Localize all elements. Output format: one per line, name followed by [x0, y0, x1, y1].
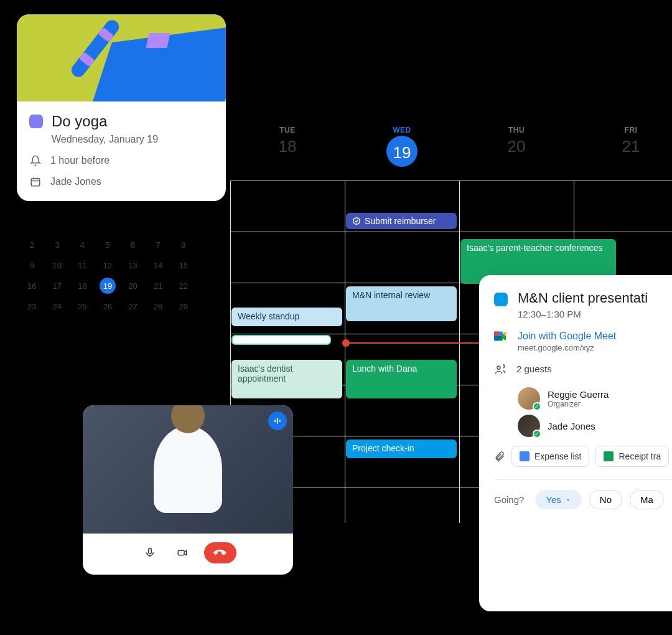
svg-rect-10 — [494, 332, 498, 336]
camera-icon — [177, 547, 188, 558]
meet-url: meet.google.com/xyz — [518, 343, 616, 352]
guest-row[interactable]: ✓ Reggie Guerra Organizer — [518, 387, 672, 410]
mini-month-day[interactable]: 22 — [172, 278, 195, 294]
weekday-label: TUE — [230, 126, 345, 134]
mini-month-day[interactable]: 18 — [71, 278, 94, 294]
guest-row[interactable]: ✓ Jade Jones — [518, 415, 672, 437]
rsvp-yes-button[interactable]: Yes — [535, 490, 581, 509]
guest-name: Reggie Guerra — [548, 389, 609, 400]
mini-month-day[interactable]: 14 — [147, 257, 170, 274]
week-header: TUE18WED19THU20FRI21 — [230, 126, 672, 167]
mini-month-day[interactable]: 13 — [121, 257, 144, 274]
svg-rect-2 — [274, 420, 276, 423]
mini-month-day[interactable]: 2 — [21, 237, 44, 253]
mini-month-day[interactable]: 20 — [121, 278, 144, 294]
event-lunch[interactable]: Lunch with Dana — [346, 360, 457, 398]
event-project-checkin[interactable]: Project check-in — [346, 440, 457, 458]
mini-month-day[interactable]: 4 — [71, 237, 94, 253]
mini-month-day[interactable]: 28 — [147, 298, 170, 315]
sheets-icon — [604, 451, 614, 461]
event-owner: Jade Jones — [50, 176, 101, 187]
mic-icon — [144, 547, 156, 558]
mini-month-day[interactable]: 21 — [147, 278, 170, 294]
detail-time: 12:30–1:30 PM — [518, 309, 648, 319]
avatar: ✓ — [518, 387, 540, 410]
day-header[interactable]: TUE18 — [230, 126, 345, 167]
google-meet-icon — [494, 331, 508, 342]
mini-month-day[interactable]: 7 — [147, 237, 170, 253]
event-dentist[interactable]: Isaac's dentist appointment — [231, 360, 342, 398]
day-number: 19 — [393, 143, 411, 162]
day-number: 18 — [230, 137, 345, 156]
svg-rect-6 — [178, 550, 184, 555]
day-header[interactable]: THU20 — [459, 126, 574, 167]
rsvp-no-button[interactable]: No — [589, 490, 622, 509]
mini-month-day[interactable]: 15 — [172, 257, 195, 274]
event-date: Wednesday, January 19 — [52, 134, 213, 145]
speaking-indicator-icon — [268, 412, 287, 430]
mini-month-day[interactable]: 5 — [96, 237, 119, 253]
event-label: Submit reimburser — [365, 216, 436, 226]
rsvp-maybe-button[interactable]: Ma — [630, 490, 664, 509]
guest-name: Jade Jones — [548, 421, 595, 431]
mini-month-day[interactable]: 8 — [172, 237, 195, 253]
mini-month-day[interactable]: 23 — [21, 298, 44, 315]
calendar-icon — [29, 176, 42, 187]
rsvp-yes-label: Yes — [546, 494, 561, 505]
event-card-hero — [17, 14, 226, 101]
check-circle-icon — [352, 217, 361, 225]
mini-month-day[interactable]: 17 — [46, 278, 69, 294]
mini-month-day[interactable]: 24 — [46, 298, 69, 315]
detail-color-chip — [494, 293, 508, 306]
accepted-check-icon: ✓ — [533, 402, 541, 411]
attachment-receipt[interactable]: Receipt tra — [595, 446, 669, 467]
join-meet-link[interactable]: Join with Google Meet — [518, 331, 616, 342]
mini-month-day[interactable]: 11 — [71, 257, 94, 274]
mini-month-day[interactable]: 27 — [121, 298, 144, 315]
docs-icon — [520, 451, 530, 461]
svg-rect-0 — [31, 179, 40, 186]
attachment-icon — [494, 451, 505, 462]
day-header[interactable]: WED19 — [345, 126, 459, 167]
mini-month-day[interactable]: 29 — [172, 298, 195, 315]
day-header[interactable]: FRI21 — [574, 126, 672, 167]
mini-month-day[interactable]: 12 — [96, 257, 119, 274]
detail-title: M&N client presentati — [518, 290, 648, 306]
svg-rect-5 — [149, 548, 152, 554]
camera-button[interactable] — [172, 542, 193, 563]
event-title: Do yoga — [52, 113, 107, 130]
mini-month-day[interactable]: 19 — [100, 278, 116, 294]
mini-month-day[interactable]: 16 — [21, 278, 44, 294]
event-internal-review[interactable]: M&N internal review — [346, 286, 457, 321]
hangup-button[interactable] — [204, 542, 236, 563]
video-call-card[interactable] — [83, 405, 293, 575]
guest-role: Organizer — [548, 400, 609, 408]
mini-month-day[interactable]: 10 — [46, 257, 69, 274]
mini-month-grid[interactable]: 2345678910111213141516171819202122232425… — [21, 237, 195, 315]
video-frame — [83, 405, 293, 534]
weekday-label: FRI — [574, 126, 672, 134]
mini-month-day[interactable]: 3 — [46, 237, 69, 253]
mic-button[interactable] — [139, 542, 161, 563]
rsvp-label: Going? — [494, 494, 524, 505]
attachment-expense-list[interactable]: Expense list — [511, 446, 589, 467]
mini-month-day[interactable]: 26 — [96, 298, 119, 315]
chevron-down-icon — [565, 497, 571, 503]
svg-rect-3 — [277, 418, 278, 423]
day-number: 20 — [459, 137, 574, 156]
guests-count: 2 guests — [516, 364, 552, 374]
event-submit-reimbursement[interactable]: Submit reimburser — [346, 213, 457, 229]
mini-month-day[interactable]: 6 — [121, 237, 144, 253]
event-weekly-standup[interactable]: Weekly standup — [231, 308, 342, 326]
svg-rect-4 — [279, 420, 281, 422]
event-reminder: 1 hour before — [50, 155, 110, 166]
guests-icon — [494, 364, 506, 376]
mini-month-day[interactable]: 9 — [21, 257, 44, 274]
event-card[interactable]: Do yoga Wednesday, January 19 1 hour bef… — [17, 14, 226, 201]
accepted-check-icon: ✓ — [533, 430, 541, 438]
event-empty-slot[interactable] — [231, 335, 331, 345]
weekday-label: THU — [459, 126, 574, 134]
mini-month-day[interactable]: 25 — [71, 298, 94, 315]
video-controls — [83, 534, 293, 575]
attachment-label: Expense list — [534, 451, 581, 461]
